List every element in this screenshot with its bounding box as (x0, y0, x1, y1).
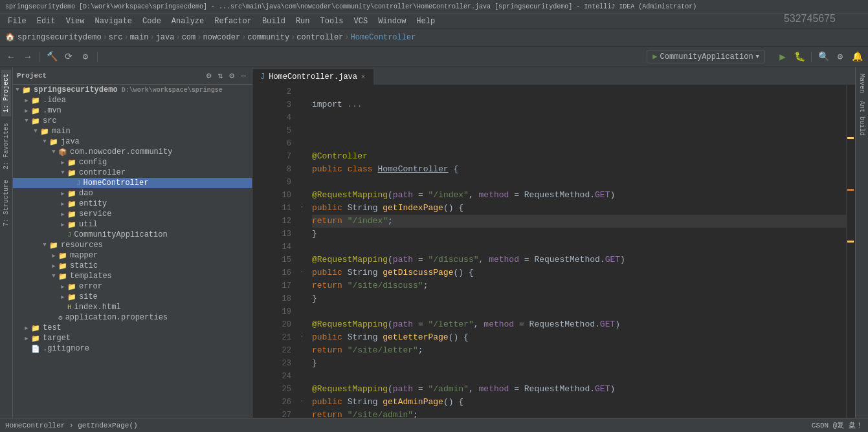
menu-item-analyze[interactable]: Analyze (166, 16, 209, 27)
code-content[interactable]: import ...@Controllerpublic class HomeCo… (302, 85, 846, 418)
tree-node-application-properties[interactable]: ⚙application.properties (13, 312, 252, 323)
tree-node-static[interactable]: ▶📁static (13, 261, 252, 271)
build-btn[interactable]: 🔨 (45, 50, 59, 64)
tree-node-test[interactable]: ▶📁test (13, 323, 252, 333)
code-editor[interactable]: 2345678910111213141516171819202122232425… (252, 85, 855, 418)
nav-item-src[interactable]: src (109, 33, 123, 42)
tree-node-error[interactable]: ▶📁error (13, 281, 252, 292)
search-everywhere-btn[interactable]: 🔍 (816, 50, 830, 64)
forward-btn[interactable]: → (21, 50, 35, 64)
file-icon: 📄 (31, 345, 40, 353)
tree-item-label: .mvn (43, 106, 61, 115)
tree-node-homecontroller[interactable]: JHomeController (13, 178, 252, 188)
tree-node-dao[interactable]: ▶📁dao (13, 188, 252, 199)
tree-node-com-nowcoder-community[interactable]: ▼📦com.nowcoder.community (13, 147, 252, 157)
tree-node-java[interactable]: ▼📁java (13, 136, 252, 147)
menu-item-run[interactable]: Run (291, 16, 315, 27)
tree-header-settings[interactable]: ⚙ (205, 70, 214, 81)
line-number-3: 3 (276, 98, 296, 111)
menu-item-view[interactable]: View (61, 16, 90, 27)
tab-close-btn[interactable]: × (361, 74, 365, 81)
code-line-4 (312, 111, 846, 124)
line-number-7: 7 (276, 150, 296, 163)
fold-icon-11[interactable]: ▼ (302, 202, 302, 215)
tree-node--idea[interactable]: ▶📁.idea (13, 95, 252, 105)
menu-item-vcs[interactable]: VCS (349, 16, 373, 27)
menu-item-refactor[interactable]: Refactor (209, 16, 257, 27)
code-line-26: ▼ public String getAdminPage() { (312, 396, 846, 409)
tree-node-templates[interactable]: ▼📁templates (13, 271, 252, 281)
fold-icon-21[interactable]: ▼ (302, 331, 302, 344)
run-btn[interactable]: ▶ (775, 50, 790, 64)
tree-node-index-html[interactable]: Hindex.html (13, 302, 252, 312)
folder-icon: 📁 (58, 262, 67, 270)
tree-node--mvn[interactable]: ▶📁.mvn (13, 105, 252, 116)
tree-node--gitignore[interactable]: 📄.gitignore (13, 343, 252, 354)
tree-node-springsecuritydemo[interactable]: ▼📁springsecuritydemo D:\work\workspace\s… (13, 85, 252, 95)
menu-bar: FileEditViewNavigateCodeAnalyzeRefactorB… (0, 14, 868, 28)
settings-btn[interactable]: ⚙ (78, 50, 93, 64)
nav-item-com[interactable]: com (182, 33, 196, 42)
menu-item-navigate[interactable]: Navigate (89, 16, 137, 27)
folder-icon: 📁 (31, 96, 40, 105)
menu-item-tools[interactable]: Tools (315, 16, 349, 27)
nav-item-springsecuritydemo[interactable]: springsecuritydemo (17, 33, 102, 42)
tree-node-entity[interactable]: ▶📁entity (13, 199, 252, 209)
menu-item-build[interactable]: Build (257, 16, 291, 27)
tree-node-service[interactable]: ▶📁service (13, 209, 252, 219)
tree-node-util[interactable]: ▶📁util (13, 219, 252, 230)
editor-tab-0[interactable]: JHomeController.java× (252, 69, 373, 85)
nav-item-controller[interactable]: controller (296, 33, 343, 42)
code-line-6 (312, 137, 846, 150)
nav-item-nowcoder[interactable]: nowcoder (203, 33, 240, 42)
menu-item-help[interactable]: Help (411, 16, 440, 27)
fold-icon-26[interactable]: ▼ (302, 396, 302, 409)
tree-node-main[interactable]: ▼📁main (13, 126, 252, 136)
tree-header-minimize[interactable]: — (239, 70, 248, 81)
left-tab-2[interactable]: 7: Structure (1, 176, 11, 230)
left-sidebar-tabs: 1: Project2: Favorites7: Structure (0, 67, 13, 418)
tree-item-label: config (79, 158, 107, 167)
tree-node-src[interactable]: ▼📁src (13, 116, 252, 126)
tree-node-communityapplication[interactable]: JCommunityApplication (13, 230, 252, 240)
left-tab-0[interactable]: 1: Project (1, 70, 11, 116)
tree-arrow: ▶ (22, 97, 31, 104)
left-tab-1[interactable]: 2: Favorites (1, 119, 11, 173)
right-tab-0[interactable]: Maven (857, 70, 867, 97)
folder-icon: 📁 (49, 138, 58, 146)
fold-icon-16[interactable]: ▼ (302, 266, 302, 279)
tree-node-site[interactable]: ▶📁site (13, 292, 252, 302)
nav-item-community[interactable]: community (247, 33, 289, 42)
sync-btn[interactable]: ⟳ (61, 50, 76, 64)
nav-item-main[interactable]: main (130, 33, 149, 42)
tree-header-gear[interactable]: ⚙ (227, 70, 236, 81)
right-tab-1[interactable]: Ant build (857, 97, 867, 140)
tree-node-config[interactable]: ▶📁config (13, 157, 252, 167)
menu-item-code[interactable]: Code (137, 16, 166, 27)
notifications-btn[interactable]: 🔔 (850, 50, 864, 64)
package-icon: 📦 (58, 148, 67, 157)
tree-node-target[interactable]: ▶📁target (13, 333, 252, 343)
back-btn[interactable]: ← (4, 50, 18, 64)
tree-node-mapper[interactable]: ▶📁mapper (13, 250, 252, 261)
menu-item-window[interactable]: Window (373, 16, 411, 27)
project-selector[interactable]: ▶ CommunityApplication ▼ (647, 50, 765, 63)
line-number-9: 9 (276, 176, 296, 189)
title-bar: springsecuritydemo [D:\work\workspace\sp… (0, 0, 868, 14)
settings2-btn[interactable]: ⚙ (833, 50, 847, 64)
tree-node-controller[interactable]: ▼📁controller (13, 167, 252, 178)
tree-item-label: .idea (43, 96, 66, 105)
nav-item-java[interactable]: java (156, 33, 175, 42)
tree-header-expand[interactable]: ⇅ (216, 70, 225, 81)
project-icon: 📁 (22, 86, 31, 94)
debug-btn[interactable]: 🐛 (792, 50, 807, 64)
menu-item-edit[interactable]: Edit (32, 16, 61, 27)
tree-node-resources[interactable]: ▼📁resources (13, 240, 252, 250)
code-line-15: @RequestMapping(path = "/discuss", metho… (312, 254, 846, 266)
code-line-16: ▼ public String getDiscussPage() { (312, 266, 846, 279)
tree-arrow: ▶ (58, 294, 67, 301)
code-line-21: ▼ public String getLetterPage() { (312, 331, 846, 344)
tree-item-label: templates (70, 272, 112, 281)
line-number-4: 4 (276, 111, 296, 124)
menu-item-file[interactable]: File (3, 16, 32, 27)
